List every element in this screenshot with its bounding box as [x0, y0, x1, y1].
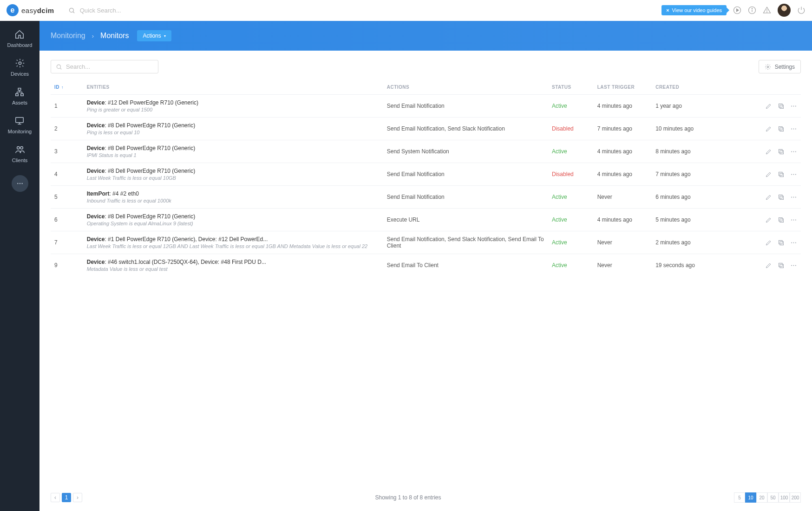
cell-entities: Device: #12 Dell PowerEdge R710 (Generic… [83, 95, 383, 118]
edit-button[interactable] [765, 148, 772, 155]
close-icon[interactable]: × [666, 7, 669, 13]
play-icon[interactable] [733, 6, 741, 14]
svg-point-28 [767, 66, 769, 68]
more-button[interactable] [790, 125, 797, 132]
svg-point-46 [791, 174, 792, 175]
more-button[interactable] [790, 103, 797, 110]
logo-mark-icon: e [7, 4, 19, 16]
page-size-option[interactable]: 50 [767, 492, 779, 503]
copy-button[interactable] [778, 171, 785, 178]
svg-rect-18 [16, 118, 24, 123]
table-row: 5ItemPort: #4 #2 eth0Inbound Traffic is … [51, 186, 801, 209]
edit-button[interactable] [765, 239, 772, 246]
copy-button[interactable] [778, 216, 785, 223]
more-button[interactable] [790, 171, 797, 178]
page-number-button[interactable]: 1 [62, 493, 71, 502]
copy-icon [778, 125, 785, 132]
pencil-icon [765, 103, 772, 110]
power-icon[interactable] [797, 6, 805, 14]
cell-id: 6 [51, 209, 83, 231]
edit-button[interactable] [765, 171, 772, 178]
page-prev-button[interactable]: ‹ [51, 493, 60, 502]
cell-row-actions [730, 140, 801, 163]
more-button[interactable] [790, 262, 797, 269]
cell-entities: ItemPort: #4 #2 eth0Inbound Traffic is l… [83, 186, 383, 209]
page-size-option[interactable]: 20 [756, 492, 767, 503]
sidebar-more-button[interactable] [12, 175, 28, 192]
edit-button[interactable] [765, 103, 772, 110]
svg-rect-34 [780, 128, 784, 131]
info-icon[interactable] [748, 6, 756, 14]
col-last-trigger[interactable]: LAST TRIGGER [594, 80, 652, 95]
table-search-input[interactable] [66, 63, 153, 70]
cell-actions: Send Email Notification [383, 163, 548, 186]
page-size-option[interactable]: 100 [779, 492, 790, 503]
alerts-icon[interactable] [763, 6, 771, 14]
edit-button[interactable] [765, 216, 772, 223]
page-size-option[interactable]: 10 [745, 492, 756, 503]
table-row: 3Device: #8 Dell PowerEdge R710 (Generic… [51, 140, 801, 163]
settings-button[interactable]: Settings [759, 60, 801, 73]
svg-point-56 [791, 219, 792, 220]
more-button[interactable] [790, 216, 797, 223]
svg-rect-49 [780, 196, 784, 200]
quick-search[interactable] [68, 7, 661, 14]
more-button[interactable] [790, 239, 797, 246]
sidebar-item-assets[interactable]: Assets [12, 87, 27, 105]
edit-button[interactable] [765, 125, 772, 132]
quick-search-input[interactable] [80, 7, 173, 14]
actions-dropdown-button[interactable]: Actions ▾ [137, 30, 171, 41]
cell-status: Active [548, 186, 594, 209]
col-created[interactable]: CREATED [652, 80, 729, 95]
sidebar-item-dashboard[interactable]: Dashboard [7, 29, 33, 48]
table-row: 9Device: #46 switch1.local (DCS-7250QX-6… [51, 254, 801, 277]
svg-rect-65 [779, 263, 783, 267]
svg-point-62 [793, 242, 794, 243]
col-status[interactable]: STATUS [548, 80, 594, 95]
sidebar-item-clients[interactable]: Clients [12, 144, 28, 163]
edit-button[interactable] [765, 194, 772, 201]
cell-row-actions [730, 163, 801, 186]
more-icon [790, 194, 797, 201]
cell-created: 5 minutes ago [652, 209, 729, 231]
copy-button[interactable] [778, 103, 785, 110]
table-search[interactable] [51, 60, 158, 73]
avatar[interactable] [778, 4, 791, 17]
cell-id: 7 [51, 231, 83, 254]
col-id[interactable]: ID↑ [51, 80, 83, 95]
more-button[interactable] [790, 194, 797, 201]
table-row: 1Device: #12 Dell PowerEdge R710 (Generi… [51, 95, 801, 118]
cell-status: Active [548, 95, 594, 118]
sidebar-item-monitoring[interactable]: Monitoring [8, 116, 32, 134]
copy-button[interactable] [778, 148, 785, 155]
cell-trigger: 4 minutes ago [594, 95, 652, 118]
cell-id: 3 [51, 140, 83, 163]
col-actions[interactable]: ACTIONS [383, 80, 548, 95]
video-guides-banner[interactable]: × View our video guides [661, 5, 727, 15]
breadcrumb-parent[interactable]: Monitoring [51, 32, 85, 40]
page-size-option[interactable]: 5 [734, 492, 745, 503]
pencil-icon [765, 262, 772, 269]
cell-created: 6 minutes ago [652, 186, 729, 209]
more-button[interactable] [790, 148, 797, 155]
svg-rect-11 [19, 88, 21, 91]
sidebar-item-devices[interactable]: Devices [11, 58, 29, 77]
edit-button[interactable] [765, 262, 772, 269]
page-next-button[interactable]: › [73, 493, 82, 502]
svg-point-41 [791, 151, 792, 152]
copy-button[interactable] [778, 194, 785, 201]
cell-status: Disabled [548, 118, 594, 140]
svg-point-31 [791, 105, 792, 106]
cell-entities: Device: #46 switch1.local (DCS-7250QX-64… [83, 254, 383, 277]
col-entities[interactable]: ENTITIES [83, 80, 383, 95]
svg-point-53 [795, 197, 796, 197]
pencil-icon [765, 216, 772, 223]
gear-icon [15, 58, 25, 68]
svg-point-61 [791, 242, 792, 243]
cell-created: 10 minutes ago [652, 118, 729, 140]
copy-button[interactable] [778, 239, 785, 246]
copy-button[interactable] [778, 262, 785, 269]
logo[interactable]: e easydcim [7, 4, 54, 16]
copy-button[interactable] [778, 125, 785, 132]
page-size-option[interactable]: 200 [790, 492, 801, 503]
